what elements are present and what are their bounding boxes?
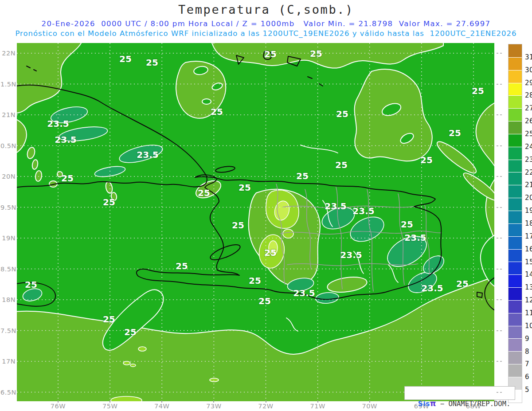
colorbar-tick-label: 7	[525, 360, 532, 368]
contour-value-label: 25	[61, 173, 74, 184]
colorbar-tick-label: 17	[525, 232, 532, 240]
colorbar-tick-label: 9	[525, 335, 532, 343]
contour-value-label: 25	[103, 197, 115, 207]
lon-tick-label: 70W	[357, 402, 382, 410]
contour-value-label: 25	[310, 48, 322, 59]
contour-value-label: 23.5	[352, 206, 374, 216]
contour-value-label: 25	[211, 106, 223, 117]
colorbar-tick-label: 20	[525, 194, 532, 202]
colorbar-cell	[509, 70, 522, 83]
lat-tick-mark	[500, 392, 502, 393]
colorbar-tick-label: 14	[525, 270, 532, 278]
lat-tick-mark	[497, 84, 498, 85]
contour-value-label: 23.5	[293, 288, 315, 298]
page-title: Temperatura (C,somb.)	[0, 3, 532, 16]
colorbar-tick-label: 5	[525, 386, 532, 394]
lat-tick-label: 21N	[0, 111, 16, 119]
colorbar: 3130292827262524232221201918171615141312…	[508, 44, 532, 403]
colorbar-cell	[509, 262, 522, 274]
contour-value-label: 25	[296, 171, 309, 181]
colorbar-tick-label: 16	[525, 245, 532, 253]
contour-value-label: 25	[456, 278, 469, 289]
contour-value-label: 25	[103, 314, 115, 325]
watermark: Sisπ − ONAMET/REP.DOM.	[404, 386, 515, 400]
colorbar-tick-label: 21	[525, 181, 532, 189]
lat-tick-mark	[500, 176, 502, 177]
lat-tick-mark	[497, 145, 498, 146]
colorbar-tick-label: 29	[525, 79, 532, 87]
contour-value-label: 25	[119, 54, 132, 64]
colorbar-tick-label: 24	[525, 143, 532, 151]
contour-value-label: 23.5	[137, 149, 158, 160]
colorbar-cell	[509, 211, 522, 223]
watermark-separator: −	[436, 400, 448, 408]
lat-tick-mark	[497, 114, 498, 115]
contour-value-label: 25	[249, 275, 261, 286]
colorbar-tick-label: 6	[525, 373, 532, 381]
colorbar-cell	[509, 44, 522, 57]
lon-tick-mark	[213, 400, 214, 403]
lon-tick-label: 74W	[149, 402, 174, 410]
lat-tick-mark	[500, 238, 502, 239]
colorbar-tick-label: 19	[525, 207, 532, 215]
colorbar-tick-label: 18	[525, 219, 532, 227]
lat-tick-mark	[497, 330, 498, 331]
lat-tick-label: 22N	[0, 49, 16, 57]
colorbar-scale	[508, 44, 522, 403]
colorbar-tick-label: 11	[525, 309, 532, 317]
contour-value-label: 25	[420, 155, 433, 165]
contour-value-label: 25	[449, 128, 461, 138]
contour-value-label: 25	[198, 188, 210, 198]
lat-tick-mark	[497, 53, 498, 54]
colorbar-cell	[509, 147, 522, 160]
lat-tick-mark	[497, 238, 498, 239]
lon-tick-mark	[317, 400, 318, 403]
colorbar-tick-label: 27	[525, 104, 532, 112]
contour-value-label: 23.5	[404, 232, 426, 243]
colorbar-tick-label: 31	[525, 53, 532, 61]
colorbar-cell	[509, 236, 522, 249]
lon-tick-label: 75W	[98, 402, 122, 410]
colorbar-tick-label: 28	[525, 91, 532, 99]
colorbar-tick-label: 22	[525, 168, 532, 176]
lon-tick-mark	[421, 400, 422, 403]
lat-tick-label: 17N	[0, 357, 16, 365]
contour-value-label: 25	[146, 57, 158, 68]
lat-tick-mark	[500, 53, 502, 54]
colorbar-cell	[509, 287, 522, 300]
contour-value-label: 25	[264, 49, 277, 59]
contour-value-label: 25	[335, 160, 348, 170]
colorbar-cell	[509, 249, 522, 262]
lat-tick-mark	[500, 269, 502, 270]
temperature-contour-map: 2525252525252525252525252525252525252525…	[17, 43, 494, 401]
contour-value-label: 23.5	[421, 283, 443, 294]
contour-value-label: 25	[264, 247, 277, 258]
lat-tick-mark	[497, 392, 498, 393]
colorbar-cell	[509, 198, 522, 211]
colorbar-tick-label: 23	[525, 156, 532, 164]
contour-value-label: 23.5	[55, 134, 76, 145]
colorbar-tick-label: 8	[525, 348, 532, 356]
lat-tick-mark	[500, 145, 502, 146]
colorbar-cell	[509, 185, 522, 198]
watermark-brand: Sis	[418, 400, 430, 408]
lon-tick-label: 76W	[46, 402, 70, 410]
colorbar-cell	[509, 364, 522, 377]
lat-tick-label: 0.5N	[0, 142, 16, 150]
lon-tick-label: 72W	[254, 402, 278, 410]
colorbar-tick-label: 25	[525, 130, 532, 138]
contour-value-label: 25	[25, 279, 37, 290]
contour-value-label: 25	[124, 327, 137, 337]
colorbar-cell	[509, 326, 522, 339]
colorbar-cell	[509, 274, 522, 287]
colorbar-cell	[509, 313, 522, 326]
colorbar-cell	[509, 57, 522, 70]
lat-tick-mark	[497, 207, 498, 208]
colorbar-cell	[509, 172, 522, 185]
colorbar-cell	[509, 108, 522, 121]
lat-tick-mark	[500, 299, 502, 300]
lat-tick-mark	[500, 361, 502, 362]
colorbar-cell	[509, 95, 522, 108]
lat-tick-mark	[497, 269, 498, 270]
lat-tick-mark	[497, 361, 498, 362]
